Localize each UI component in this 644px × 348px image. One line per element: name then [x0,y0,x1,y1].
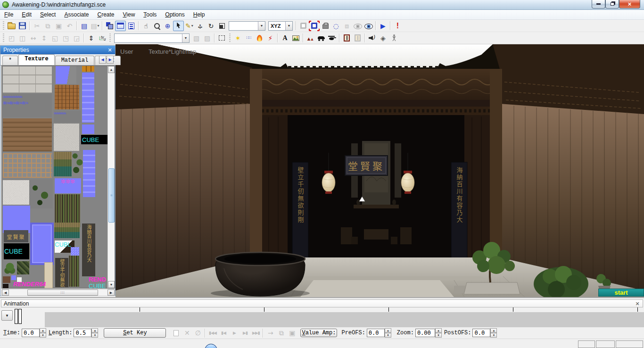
time-input[interactable] [22,329,40,337]
named-selection-combo[interactable]: ▼ [114,33,190,43]
texture-thumb-blue-pattern-strip2[interactable] [83,150,95,197]
create-particles-icon[interactable] [243,33,254,43]
timeline-track[interactable] [45,312,644,327]
create-image-icon[interactable] [290,33,301,43]
chevron-down-icon[interactable]: ▼ [285,22,292,30]
visibility-eye-icon[interactable] [363,21,374,31]
create-helicopter-icon[interactable] [327,33,338,43]
texture-thumb-lattice-windows[interactable] [3,153,52,178]
zoom-tool-icon[interactable] [151,21,162,31]
minimize-button[interactable] [592,0,605,8]
open-file-icon[interactable] [6,21,17,31]
restore-button[interactable] [605,0,619,8]
length-stepper[interactable]: ▲▼ [91,328,98,338]
tab-texture[interactable]: Texture [18,54,54,65]
fit-vertical-icon[interactable] [86,33,97,43]
texture-thumb-reeds[interactable] [54,223,80,238]
clone-object-icon[interactable] [104,21,115,31]
value-amp-button[interactable]: Value Amp: [300,329,337,337]
scale-tool-icon[interactable] [216,21,227,31]
scroll-down-icon[interactable]: ▼ [108,281,115,288]
chevron-down-icon[interactable]: ▼ [182,34,189,42]
play-scene-icon[interactable] [378,21,388,31]
texture-thumb-blue-squiggle[interactable]: ≈≈≈≈≈ [54,110,81,123]
create-trigger-icon[interactable] [378,33,388,43]
create-terrain-icon[interactable] [305,33,316,43]
chevron-down-icon[interactable]: ▼ [258,22,265,30]
zoom-input[interactable] [415,329,435,337]
texture-thumb-blue-small[interactable] [82,124,94,134]
time-stepper[interactable]: ▲▼ [40,328,46,338]
render-scene-icon[interactable] [79,21,90,31]
tab-star[interactable]: * [2,56,18,65]
tab-scroll-right-icon[interactable]: ▶ [107,56,114,64]
texture-thumb-cubemap-1[interactable]: CUBE [81,135,108,144]
rotate-tool-icon[interactable] [206,21,216,31]
menu-select[interactable]: Select [36,10,60,19]
object-list-icon[interactable] [126,21,137,31]
texture-thumb-cubemap-2[interactable]: CUBE [4,243,29,259]
toolbar-grip[interactable] [3,33,4,42]
texture-thumb-dark-plants[interactable] [29,179,53,208]
close-icon[interactable]: ✕ [634,300,641,307]
postofs-input[interactable] [472,329,490,337]
menu-tools[interactable]: Tools [139,10,161,19]
alert-exclamation-icon[interactable]: ! [392,21,403,31]
texture-thumb-orange-strip[interactable] [82,66,94,72]
menu-file[interactable]: File [0,10,17,19]
scroll-left-icon[interactable]: ◀ [2,290,9,296]
track-dropdown-button[interactable]: ▼ [1,310,13,321]
preofs-stepper[interactable]: ▲▼ [385,328,391,338]
close-button[interactable]: × [619,0,640,8]
axis-constraint-combo[interactable]: XYZ ▼ [268,21,293,31]
texture-thumb-wood-planks[interactable] [3,118,52,151]
shading-mode-label[interactable]: Texture*Lightmap [149,48,196,55]
texture-thumb-gray-noise[interactable] [54,124,79,151]
view-label[interactable]: User [120,48,133,55]
texture-thumb-leaves[interactable] [72,151,83,176]
select-arrow-icon[interactable] [173,21,184,31]
pan-hand-icon[interactable] [140,21,151,31]
scroll-right-icon[interactable]: ▶ [107,290,115,296]
menu-edit[interactable]: Edit [17,10,36,19]
scroll-up-icon[interactable]: ▲ [108,66,115,73]
texture-thumb-couplet-left[interactable]: 壁立千仞無欲 [55,258,68,287]
texture-thumb-blue-ink[interactable]: ✼✼✼ [55,178,81,193]
texture-browser[interactable]: ≈≈≈≈≈≈≈≈≋≈≋≈≋≈≋≈ ≈≈≈≈≈ CUBE ✼✼✼ 海納百川有容乃大… [1,66,115,289]
create-vehicle-icon[interactable] [316,33,327,43]
texture-thumb-wood-grid[interactable] [55,85,79,109]
texture-thumb-blue-fragment[interactable] [56,66,76,84]
properties-window-icon[interactable] [115,21,126,31]
marquee-select-icon[interactable] [216,33,227,43]
texture-thumb-blue-pattern-strip[interactable] [82,73,94,123]
length-input[interactable] [74,329,91,337]
toolbar-grip[interactable] [109,33,111,42]
create-sound-icon[interactable] [367,33,378,43]
texture-thumb-blue-noise[interactable] [71,247,79,256]
vertical-scrollbar[interactable]: ▲ ≡ ▼ [107,66,115,288]
start-button[interactable]: start [598,289,644,297]
texture-thumb-couplet-right[interactable]: 海納百川有容乃大 [82,224,95,276]
properties-header[interactable]: Properties ✕ [0,46,115,54]
set-key-button[interactable]: Set Key [104,328,166,338]
pencil-tool-icon[interactable]: ▾ [184,21,195,31]
texture-thumb-blue-ornate-panel[interactable] [30,223,54,265]
menu-associate[interactable]: Associate [60,10,93,19]
animate-mode-icon[interactable] [330,21,341,31]
menu-create[interactable]: Create [93,10,118,19]
uvw-editor-icon[interactable] [97,33,107,43]
horizontal-scroll-thumb[interactable]: ⁞⁞⁞ [27,290,98,296]
texture-thumb-blue-swatch[interactable] [11,275,16,280]
tab-material[interactable]: Material [55,56,95,65]
texture-thumb-brown-swatch[interactable] [3,276,10,283]
create-actor-icon[interactable] [388,33,399,43]
select-bounds-icon[interactable] [309,21,320,31]
menu-help[interactable]: Help [189,10,209,19]
create-light-icon[interactable] [232,33,243,43]
texture-thumb-dark-swatch[interactable] [3,284,8,289]
viewport-3d[interactable]: 堂賢聚 壁立千仞無欲則剛 海納百川有容乃大 [116,44,644,297]
texture-thumb-stone[interactable] [3,66,52,93]
texture-thumb-moss[interactable] [17,261,29,274]
texture-thumb-blue-solid[interactable] [3,206,30,233]
menu-options[interactable]: Options [161,10,189,19]
